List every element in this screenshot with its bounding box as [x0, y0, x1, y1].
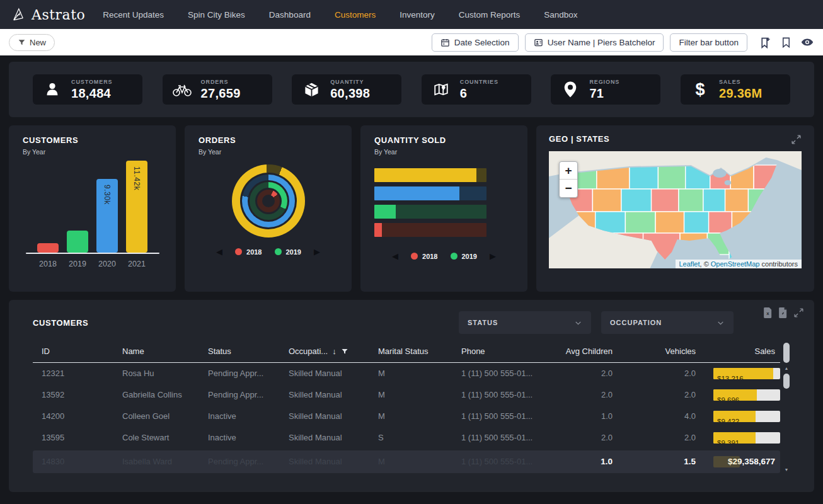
kpi-customers: CUSTOMERS 18,484 — [33, 74, 142, 105]
legend-item-2019[interactable]: 2019 — [275, 248, 301, 256]
bookmark-add-icon[interactable] — [759, 36, 772, 49]
table-scrollbar[interactable]: ▲ ▼ — [783, 343, 790, 473]
occupation-dropdown[interactable]: OCCUPATION — [601, 311, 734, 334]
legend-next-button[interactable]: ▶ — [490, 252, 496, 260]
expand-icon[interactable] — [793, 307, 804, 318]
legend-item-2018[interactable]: 2018 — [411, 253, 437, 260]
user-name-button[interactable]: User Name | Piers Batchelor — [525, 33, 664, 52]
hbar-2019[interactable] — [374, 205, 486, 219]
kpi-value: 71 — [589, 86, 619, 101]
bookmark-icon[interactable] — [780, 37, 792, 49]
col-header-name[interactable]: Name — [113, 343, 199, 362]
export-document-icon[interactable] — [778, 307, 788, 318]
filter-bar-button[interactable]: Filter bar button — [670, 33, 747, 52]
kpi-value: 27,659 — [201, 86, 241, 101]
svg-text:x: x — [766, 311, 769, 316]
legend-item-2019[interactable]: 2019 — [451, 253, 477, 260]
col-header-vehicles[interactable]: Vehicles — [618, 343, 701, 362]
leaflet-link[interactable]: Leaflet — [679, 260, 700, 268]
osm-link[interactable]: OpenStreetMap — [711, 260, 760, 268]
col-header-id[interactable]: ID — [33, 343, 113, 362]
kpi-countries: COUNTRIES 6 — [422, 74, 531, 105]
calendar-icon — [440, 38, 450, 47]
hbar-2018[interactable] — [374, 223, 486, 237]
total-sales: $29,358,677 — [701, 450, 780, 473]
table-row[interactable]: 13595 Cole Stewart Inactive Skilled Manu… — [33, 427, 780, 449]
table-row[interactable]: 12321 Rosa Hu Pending Appr... Skilled Ma… — [33, 363, 780, 384]
kpi-label: COUNTRIES — [460, 79, 498, 85]
kpi-label: CUSTOMERS — [71, 79, 112, 85]
export-excel-icon[interactable]: x — [763, 307, 773, 318]
col-header-occupation[interactable]: Occupati... ↓ — [280, 343, 369, 362]
col-header-status[interactable]: Status — [199, 343, 280, 362]
chart-title: ORDERS — [199, 135, 338, 145]
nav-item-inventory[interactable]: Inventory — [400, 10, 435, 20]
column-filter-icon[interactable] — [341, 348, 348, 355]
date-selection-label: Date Selection — [454, 38, 510, 47]
scrollbar-thumb[interactable] — [783, 343, 790, 363]
bar-2020[interactable]: 9.30k — [96, 179, 118, 253]
scroll-up-arrow[interactable]: ▲ — [785, 365, 789, 372]
bar-2019[interactable] — [67, 231, 88, 253]
kpi-value: 18,484 — [71, 86, 112, 101]
legend-dot — [451, 253, 458, 260]
table-row[interactable]: 14200 Colleen Goel Inactive Skilled Manu… — [33, 406, 780, 427]
legend-prev-button[interactable]: ◀ — [392, 252, 398, 260]
bar-2018[interactable] — [37, 243, 59, 253]
filter-bar: New Date Selection User Name | Piers Bat… — [0, 29, 823, 55]
table-header-row: ID Name Status Occupati... ↓ Marital Sta… — [33, 343, 780, 363]
us-states-map[interactable]: + − Leaflet, © OpenStreetMap contributor… — [549, 151, 802, 268]
hbar-2021[interactable] — [374, 168, 486, 182]
quantity-legend: ◀ 2018 2019 ▶ — [374, 252, 514, 260]
quantity-sold-card: QUANTITY SOLD By Year ◀ — [360, 125, 527, 292]
date-selection-button[interactable]: Date Selection — [432, 33, 519, 52]
bar-2021[interactable]: 11.42k — [126, 161, 147, 253]
nav-item-custom-reports[interactable]: Custom Reports — [459, 10, 521, 20]
col-header-marital-status[interactable]: Marital Status — [369, 343, 452, 362]
col-header-avg-children[interactable]: Avg Children — [552, 343, 618, 362]
ghost-cell: 1 (11) 500 555-01... — [452, 450, 552, 473]
zoom-out-button[interactable]: − — [560, 180, 577, 197]
zoom-in-button[interactable]: + — [560, 162, 577, 180]
nav-item-customers[interactable]: Customers — [335, 10, 376, 20]
customers-by-year-card: CUSTOMERS By Year 9.30k 11.42k 2018 — [9, 125, 176, 292]
kpi-label: REGIONS — [589, 79, 619, 85]
ghost-cell: Pending Appr... — [199, 450, 280, 473]
bar-value-label: 11.42k — [132, 166, 141, 190]
customers-bar-chart[interactable]: 9.30k 11.42k — [23, 161, 162, 253]
chart-subtitle: By Year — [199, 148, 338, 156]
nav-item-dashboard[interactable]: Dashboard — [269, 10, 311, 20]
scrollbar-thumb[interactable] — [783, 374, 790, 389]
brand[interactable]: Astrato — [10, 6, 85, 23]
scroll-down-arrow[interactable]: ▼ — [785, 467, 789, 473]
legend-next-button[interactable]: ▶ — [314, 248, 320, 256]
hbar-2020[interactable] — [374, 186, 486, 200]
package-icon — [301, 81, 322, 98]
kpi-panel: CUSTOMERS 18,484 ORDERS 27,659 QUANTITY … — [9, 62, 814, 117]
table-row[interactable]: 13592 Gabriella Collins Pending Appr... … — [33, 384, 780, 406]
nav-item-recent-updates[interactable]: Recent Updates — [103, 10, 164, 20]
table-title: CUSTOMERS — [33, 318, 88, 328]
nav-item-spin-city-bikes[interactable]: Spin City Bikes — [188, 10, 245, 20]
status-dropdown[interactable]: STATUS — [459, 311, 591, 334]
geo-states-card: GEO | STATES — [536, 125, 814, 292]
x-axis-labels: 2018 2019 2020 2021 — [23, 260, 162, 268]
orders-donut-chart[interactable] — [232, 164, 305, 238]
legend-prev-button[interactable]: ◀ — [216, 248, 222, 256]
expand-icon[interactable] — [791, 134, 802, 145]
ghost-cell: M — [369, 450, 452, 473]
col-header-sales[interactable]: Sales — [701, 343, 780, 362]
user-badge-icon — [534, 38, 543, 47]
new-filter-button[interactable]: New — [9, 34, 55, 51]
legend-dot — [275, 248, 282, 255]
col-header-phone[interactable]: Phone — [452, 343, 552, 362]
kpi-label: SALES — [719, 79, 763, 85]
nav-item-sandbox[interactable]: Sandbox — [544, 10, 577, 20]
top-navbar: Astrato Recent Updates Spin City Bikes D… — [0, 0, 823, 29]
quantity-bar-chart[interactable] — [374, 168, 514, 237]
sort-desc-icon[interactable]: ↓ — [332, 346, 337, 356]
sales-bar: $9,391 — [713, 432, 780, 444]
legend-item-2018[interactable]: 2018 — [235, 248, 262, 256]
kpi-value: 60,398 — [330, 86, 370, 101]
eye-icon[interactable] — [800, 35, 814, 49]
